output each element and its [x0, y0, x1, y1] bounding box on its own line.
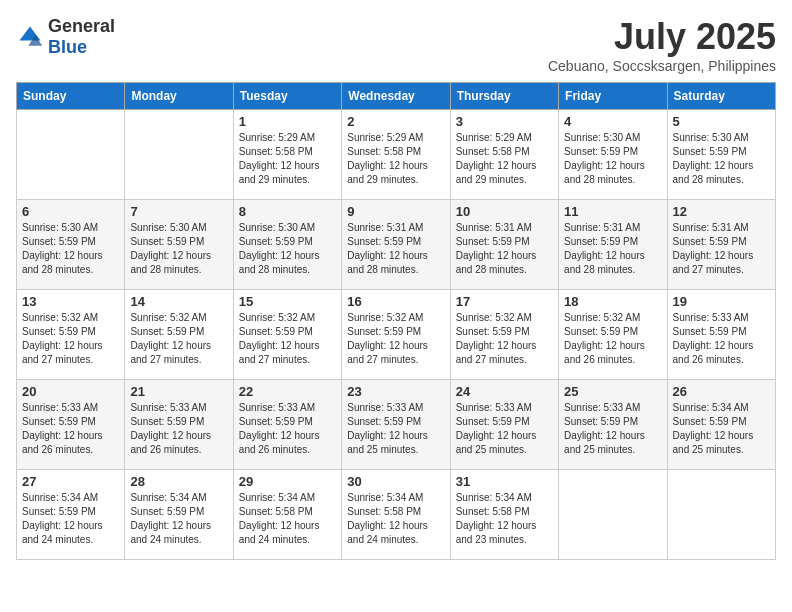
day-info: Sunrise: 5:33 AM Sunset: 5:59 PM Dayligh…	[22, 401, 119, 457]
calendar-cell: 5Sunrise: 5:30 AM Sunset: 5:59 PM Daylig…	[667, 110, 775, 200]
day-info: Sunrise: 5:31 AM Sunset: 5:59 PM Dayligh…	[347, 221, 444, 277]
day-number: 9	[347, 204, 444, 219]
calendar-cell: 23Sunrise: 5:33 AM Sunset: 5:59 PM Dayli…	[342, 380, 450, 470]
day-info: Sunrise: 5:31 AM Sunset: 5:59 PM Dayligh…	[673, 221, 770, 277]
day-info: Sunrise: 5:32 AM Sunset: 5:59 PM Dayligh…	[456, 311, 553, 367]
day-number: 17	[456, 294, 553, 309]
calendar-cell: 29Sunrise: 5:34 AM Sunset: 5:58 PM Dayli…	[233, 470, 341, 560]
day-number: 24	[456, 384, 553, 399]
calendar-body: 1Sunrise: 5:29 AM Sunset: 5:58 PM Daylig…	[17, 110, 776, 560]
logo-general-text: General	[48, 16, 115, 36]
day-number: 2	[347, 114, 444, 129]
calendar-cell: 16Sunrise: 5:32 AM Sunset: 5:59 PM Dayli…	[342, 290, 450, 380]
calendar-cell	[17, 110, 125, 200]
day-number: 14	[130, 294, 227, 309]
day-number: 27	[22, 474, 119, 489]
day-number: 3	[456, 114, 553, 129]
day-number: 18	[564, 294, 661, 309]
day-info: Sunrise: 5:32 AM Sunset: 5:59 PM Dayligh…	[564, 311, 661, 367]
day-info: Sunrise: 5:33 AM Sunset: 5:59 PM Dayligh…	[564, 401, 661, 457]
calendar-cell: 11Sunrise: 5:31 AM Sunset: 5:59 PM Dayli…	[559, 200, 667, 290]
title-block: July 2025 Cebuano, Soccsksargen, Philipp…	[548, 16, 776, 74]
calendar-cell: 19Sunrise: 5:33 AM Sunset: 5:59 PM Dayli…	[667, 290, 775, 380]
day-info: Sunrise: 5:30 AM Sunset: 5:59 PM Dayligh…	[22, 221, 119, 277]
day-number: 29	[239, 474, 336, 489]
day-info: Sunrise: 5:29 AM Sunset: 5:58 PM Dayligh…	[347, 131, 444, 187]
day-info: Sunrise: 5:34 AM Sunset: 5:58 PM Dayligh…	[347, 491, 444, 547]
day-info: Sunrise: 5:30 AM Sunset: 5:59 PM Dayligh…	[564, 131, 661, 187]
logo-icon	[16, 23, 44, 51]
calendar-cell: 21Sunrise: 5:33 AM Sunset: 5:59 PM Dayli…	[125, 380, 233, 470]
calendar-cell: 24Sunrise: 5:33 AM Sunset: 5:59 PM Dayli…	[450, 380, 558, 470]
day-info: Sunrise: 5:32 AM Sunset: 5:59 PM Dayligh…	[347, 311, 444, 367]
day-number: 20	[22, 384, 119, 399]
day-info: Sunrise: 5:29 AM Sunset: 5:58 PM Dayligh…	[456, 131, 553, 187]
calendar-week-2: 6Sunrise: 5:30 AM Sunset: 5:59 PM Daylig…	[17, 200, 776, 290]
day-info: Sunrise: 5:34 AM Sunset: 5:59 PM Dayligh…	[673, 401, 770, 457]
month-year-title: July 2025	[548, 16, 776, 58]
calendar-cell	[667, 470, 775, 560]
day-number: 28	[130, 474, 227, 489]
calendar-cell: 9Sunrise: 5:31 AM Sunset: 5:59 PM Daylig…	[342, 200, 450, 290]
day-info: Sunrise: 5:34 AM Sunset: 5:59 PM Dayligh…	[130, 491, 227, 547]
day-number: 16	[347, 294, 444, 309]
calendar-cell: 10Sunrise: 5:31 AM Sunset: 5:59 PM Dayli…	[450, 200, 558, 290]
calendar-week-4: 20Sunrise: 5:33 AM Sunset: 5:59 PM Dayli…	[17, 380, 776, 470]
day-info: Sunrise: 5:30 AM Sunset: 5:59 PM Dayligh…	[673, 131, 770, 187]
day-number: 22	[239, 384, 336, 399]
day-number: 6	[22, 204, 119, 219]
day-info: Sunrise: 5:31 AM Sunset: 5:59 PM Dayligh…	[456, 221, 553, 277]
calendar-week-1: 1Sunrise: 5:29 AM Sunset: 5:58 PM Daylig…	[17, 110, 776, 200]
calendar-cell: 4Sunrise: 5:30 AM Sunset: 5:59 PM Daylig…	[559, 110, 667, 200]
col-header-sunday: Sunday	[17, 83, 125, 110]
calendar-cell: 28Sunrise: 5:34 AM Sunset: 5:59 PM Dayli…	[125, 470, 233, 560]
calendar-week-5: 27Sunrise: 5:34 AM Sunset: 5:59 PM Dayli…	[17, 470, 776, 560]
calendar-cell: 17Sunrise: 5:32 AM Sunset: 5:59 PM Dayli…	[450, 290, 558, 380]
day-number: 19	[673, 294, 770, 309]
day-info: Sunrise: 5:30 AM Sunset: 5:59 PM Dayligh…	[239, 221, 336, 277]
calendar-header: SundayMondayTuesdayWednesdayThursdayFrid…	[17, 83, 776, 110]
col-header-tuesday: Tuesday	[233, 83, 341, 110]
page-header: General Blue July 2025 Cebuano, Soccsksa…	[16, 16, 776, 74]
day-info: Sunrise: 5:33 AM Sunset: 5:59 PM Dayligh…	[456, 401, 553, 457]
day-info: Sunrise: 5:33 AM Sunset: 5:59 PM Dayligh…	[347, 401, 444, 457]
day-number: 21	[130, 384, 227, 399]
day-info: Sunrise: 5:33 AM Sunset: 5:59 PM Dayligh…	[130, 401, 227, 457]
day-number: 1	[239, 114, 336, 129]
day-info: Sunrise: 5:34 AM Sunset: 5:59 PM Dayligh…	[22, 491, 119, 547]
calendar-cell: 6Sunrise: 5:30 AM Sunset: 5:59 PM Daylig…	[17, 200, 125, 290]
col-header-thursday: Thursday	[450, 83, 558, 110]
day-number: 8	[239, 204, 336, 219]
day-number: 5	[673, 114, 770, 129]
day-number: 12	[673, 204, 770, 219]
calendar-cell: 26Sunrise: 5:34 AM Sunset: 5:59 PM Dayli…	[667, 380, 775, 470]
calendar-cell: 13Sunrise: 5:32 AM Sunset: 5:59 PM Dayli…	[17, 290, 125, 380]
header-row: SundayMondayTuesdayWednesdayThursdayFrid…	[17, 83, 776, 110]
day-number: 4	[564, 114, 661, 129]
calendar-table: SundayMondayTuesdayWednesdayThursdayFrid…	[16, 82, 776, 560]
day-info: Sunrise: 5:33 AM Sunset: 5:59 PM Dayligh…	[239, 401, 336, 457]
day-info: Sunrise: 5:32 AM Sunset: 5:59 PM Dayligh…	[130, 311, 227, 367]
calendar-cell: 25Sunrise: 5:33 AM Sunset: 5:59 PM Dayli…	[559, 380, 667, 470]
day-info: Sunrise: 5:33 AM Sunset: 5:59 PM Dayligh…	[673, 311, 770, 367]
col-header-monday: Monday	[125, 83, 233, 110]
day-info: Sunrise: 5:31 AM Sunset: 5:59 PM Dayligh…	[564, 221, 661, 277]
calendar-cell	[559, 470, 667, 560]
calendar-cell: 12Sunrise: 5:31 AM Sunset: 5:59 PM Dayli…	[667, 200, 775, 290]
calendar-cell: 15Sunrise: 5:32 AM Sunset: 5:59 PM Dayli…	[233, 290, 341, 380]
day-number: 7	[130, 204, 227, 219]
calendar-cell: 30Sunrise: 5:34 AM Sunset: 5:58 PM Dayli…	[342, 470, 450, 560]
col-header-wednesday: Wednesday	[342, 83, 450, 110]
day-info: Sunrise: 5:29 AM Sunset: 5:58 PM Dayligh…	[239, 131, 336, 187]
calendar-cell: 8Sunrise: 5:30 AM Sunset: 5:59 PM Daylig…	[233, 200, 341, 290]
calendar-week-3: 13Sunrise: 5:32 AM Sunset: 5:59 PM Dayli…	[17, 290, 776, 380]
day-info: Sunrise: 5:34 AM Sunset: 5:58 PM Dayligh…	[239, 491, 336, 547]
day-info: Sunrise: 5:32 AM Sunset: 5:59 PM Dayligh…	[239, 311, 336, 367]
day-info: Sunrise: 5:30 AM Sunset: 5:59 PM Dayligh…	[130, 221, 227, 277]
col-header-saturday: Saturday	[667, 83, 775, 110]
calendar-cell: 2Sunrise: 5:29 AM Sunset: 5:58 PM Daylig…	[342, 110, 450, 200]
calendar-cell: 18Sunrise: 5:32 AM Sunset: 5:59 PM Dayli…	[559, 290, 667, 380]
day-info: Sunrise: 5:32 AM Sunset: 5:59 PM Dayligh…	[22, 311, 119, 367]
day-number: 15	[239, 294, 336, 309]
calendar-cell: 22Sunrise: 5:33 AM Sunset: 5:59 PM Dayli…	[233, 380, 341, 470]
